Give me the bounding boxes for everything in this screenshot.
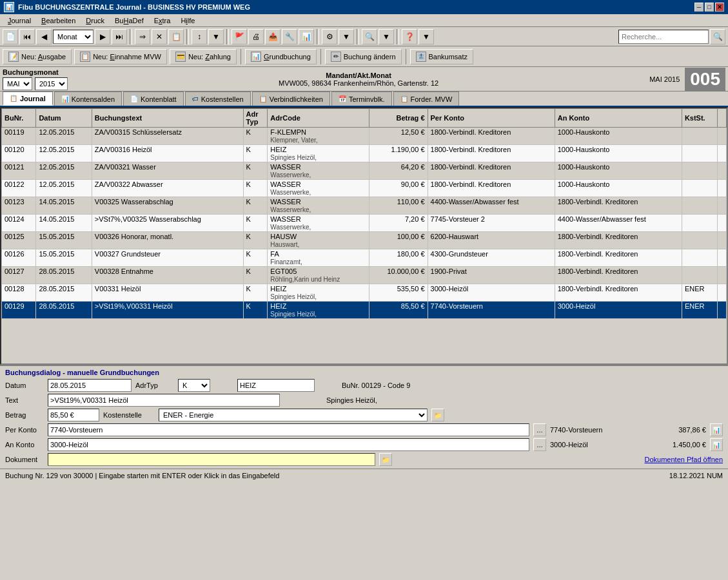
table-row[interactable]: 00124 14.05.2015 >VSt7%,V00325 Wasserabs… xyxy=(2,215,727,232)
tab-verbindlichkeiten-label: Verbindlichkeiten xyxy=(270,95,323,103)
table-row[interactable]: 00129 28.05.2015 >VSt19%,V00331 Heizöl K… xyxy=(2,302,727,319)
table-row[interactable]: 00128 28.05.2015 V00331 Heizöl K HEIZSpi… xyxy=(2,284,727,302)
cell-perkonto: 6200-Hauswart xyxy=(428,232,555,249)
cell-ankonto: 1800-Verbindl. Kreditoren xyxy=(555,232,682,249)
sep2 xyxy=(186,29,189,44)
menu-bearbeiten[interactable]: Bearbeiten xyxy=(36,15,81,26)
search-input[interactable] xyxy=(618,30,709,44)
table-wrapper: BuNr. Datum Buchungstext AdrTyp AdrCode … xyxy=(0,107,728,365)
ankonto-detail-btn[interactable]: 📊 xyxy=(710,438,723,451)
dokument-input[interactable] xyxy=(48,453,375,466)
status-right: 18.12.2021 NUM xyxy=(669,472,723,479)
cell-datum: 28.05.2015 xyxy=(36,284,92,302)
chart-button[interactable]: 📊 xyxy=(299,29,314,44)
ankonto-input[interactable] xyxy=(48,438,529,451)
search-button[interactable]: 🔍 xyxy=(710,29,725,44)
kostenstelle-browse-btn[interactable]: 📁 xyxy=(431,409,444,421)
sep5 xyxy=(357,29,359,44)
month-combo[interactable]: MAI xyxy=(3,77,32,90)
settings-combo-btn[interactable]: ▼ xyxy=(339,29,354,44)
adrtyp-combo[interactable]: K xyxy=(178,379,210,392)
cell-spacer xyxy=(718,302,727,319)
maximize-button[interactable]: □ xyxy=(705,3,714,12)
minimize-button[interactable]: ─ xyxy=(694,3,703,12)
sort-button[interactable]: ↕ xyxy=(192,29,207,44)
tab-terminvblk[interactable]: 📅 Terminvblk. xyxy=(331,92,392,106)
table-scroll[interactable]: BuNr. Datum Buchungstext AdrTyp AdrCode … xyxy=(1,108,727,363)
cell-ankonto: 1000-Hauskonto xyxy=(555,145,682,162)
table-row[interactable]: 00119 12.05.2015 ZA/V00315 Schlüsselersa… xyxy=(2,128,727,145)
tab-kontensalden[interactable]: 📊 Kontensalden xyxy=(54,92,122,106)
table-row[interactable]: 00126 15.05.2015 V00327 Grundsteuer K FA… xyxy=(2,249,727,267)
export-button[interactable]: 📤 xyxy=(265,29,280,44)
last-button[interactable]: ⏭ xyxy=(112,29,127,44)
tab-forder-mvw[interactable]: 📋 Forder. MVW xyxy=(393,92,460,106)
cell-text: V00328 Entnahme xyxy=(92,267,243,284)
filter-button[interactable]: 🔧 xyxy=(282,29,297,44)
menu-buhadef[interactable]: BuHaDef xyxy=(110,15,149,26)
bankumsatz-button[interactable]: 🏦 Bankumsatz xyxy=(410,49,474,64)
close-button[interactable]: ✕ xyxy=(715,3,724,12)
cell-text: ZA/V00321 Wasser xyxy=(92,162,243,180)
next-button[interactable]: ▶ xyxy=(95,29,110,44)
col-adrtyp: AdrTyp xyxy=(243,109,268,128)
ankonto-browse-btn[interactable]: … xyxy=(533,438,546,451)
settings-button[interactable]: ⚙ xyxy=(322,29,337,44)
neu-zahlung-button[interactable]: 💳 Neu: Zahlung xyxy=(170,49,237,64)
tab-journal[interactable]: 📋 Journal xyxy=(3,92,53,106)
menu-hilfe[interactable]: Hilfe xyxy=(175,15,200,26)
table-row[interactable]: 00123 14.05.2015 V00325 Wasserabschlag K… xyxy=(2,197,727,215)
menu-extra[interactable]: Extra xyxy=(149,15,176,26)
table-row[interactable]: 00121 12.05.2015 ZA/V00321 Wasser K WASS… xyxy=(2,162,727,180)
new-button[interactable]: 📄 xyxy=(3,29,18,44)
tab-verbindlichkeiten[interactable]: 📋 Verbindlichkeiten xyxy=(252,92,330,106)
table-row[interactable]: 00127 28.05.2015 V00328 Entnahme K EGT00… xyxy=(2,267,727,284)
perkonto-browse-btn[interactable]: … xyxy=(533,423,546,436)
paste-button[interactable]: 📋 xyxy=(168,29,184,44)
dokument-pfad-link[interactable]: Dokumenten Pfad öffnen xyxy=(645,456,723,463)
betrag-label: Betrag xyxy=(5,411,44,419)
text-input[interactable] xyxy=(48,394,280,407)
table-row[interactable]: 00125 15.05.2015 V00326 Honorar, monatl.… xyxy=(2,232,727,249)
action-bar: 📝 Neu: Ausgabe 📋 Neu: Einnahme MVW 💳 Neu… xyxy=(0,46,728,67)
first-button[interactable]: ⏮ xyxy=(19,29,35,44)
zoom-button[interactable]: 🔍 xyxy=(362,29,377,44)
zoom-combo-btn[interactable]: ▼ xyxy=(379,29,394,44)
neu-ausgabe-button[interactable]: 📝 Neu: Ausgabe xyxy=(3,49,72,64)
table-row[interactable]: 00120 12.05.2015 ZA/V00316 Heizöl K HEIZ… xyxy=(2,145,727,162)
menu-druck[interactable]: Druck xyxy=(81,15,110,26)
kostenstelle-combo[interactable]: ENER - Energie xyxy=(159,409,428,421)
adrcode-input[interactable] xyxy=(237,379,315,392)
ankonto-label: An Konto xyxy=(5,441,44,449)
tab-kontensalden-label: Kontensalden xyxy=(72,95,115,103)
neu-einnahme-button[interactable]: 📋 Neu: Einnahme MVW xyxy=(74,49,167,64)
cell-perkonto: 4300-Grundsteuer xyxy=(428,249,555,267)
prev-button[interactable]: ◀ xyxy=(36,29,52,44)
tab-kontenblatt[interactable]: 📄 Kontenblatt xyxy=(123,92,184,106)
datum-input[interactable] xyxy=(48,379,132,392)
help-button[interactable]: ❓ xyxy=(402,29,417,44)
col-bunr: BuNr. xyxy=(2,109,36,128)
perkonto-detail-btn[interactable]: 📊 xyxy=(710,423,723,436)
buchung-aendern-button[interactable]: ✏ Buchung ändern xyxy=(325,49,402,64)
print-button[interactable]: 🖨 xyxy=(248,29,264,44)
delete-button[interactable]: ✕ xyxy=(152,29,167,44)
title-bar: 📊 Fibu BUCHUNGSZENTRALE Journal - BUSINE… xyxy=(0,0,728,14)
table-row[interactable]: 00122 12.05.2015 ZA/V00322 Abwasser K WA… xyxy=(2,180,727,197)
sort-combo-btn[interactable]: ▼ xyxy=(208,29,224,44)
year-combo[interactable]: 2015 xyxy=(35,77,68,90)
dokument-browse-btn[interactable]: 📁 xyxy=(379,453,392,466)
flag-button[interactable]: 🚩 xyxy=(231,29,247,44)
betrag-input[interactable] xyxy=(48,409,99,421)
col-betrag: Betrag € xyxy=(369,109,428,128)
sep1 xyxy=(130,29,132,44)
menu-journal[interactable]: Journal xyxy=(3,15,36,26)
grundbuchung-button[interactable]: 📊 Grundbuchung xyxy=(245,49,317,64)
bottom-dialog: Buchungsdialog - manuelle Grundbuchungen… xyxy=(0,365,728,469)
neu-einnahme-icon: 📋 xyxy=(80,52,90,62)
perkonto-input[interactable] xyxy=(48,423,529,436)
period-combo[interactable]: Monat Quartal Jahr xyxy=(53,30,93,44)
help-combo-btn[interactable]: ▼ xyxy=(418,29,434,44)
copy-button[interactable]: ⇒ xyxy=(135,29,150,44)
tab-kostenstellen[interactable]: 🏷 Kostenstellen xyxy=(185,92,251,106)
